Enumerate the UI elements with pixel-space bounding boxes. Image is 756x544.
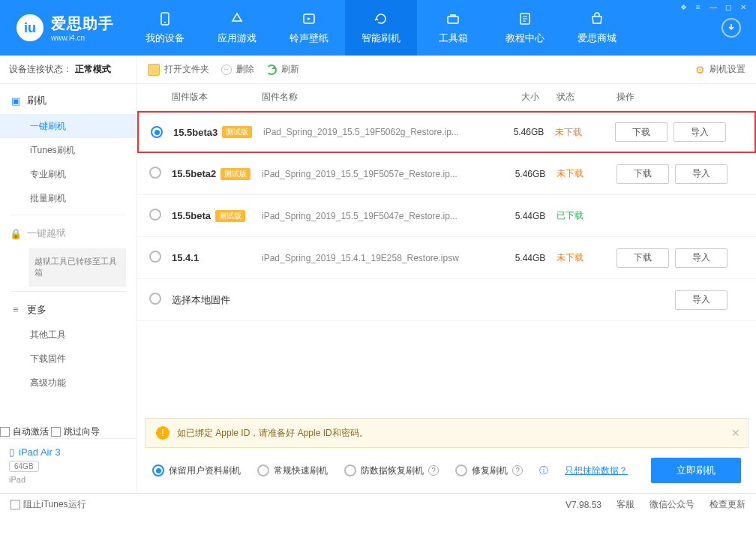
- th-state: 状态: [556, 91, 609, 104]
- sidebar-more-2[interactable]: 高级功能: [0, 371, 136, 395]
- sidebar-group-more[interactable]: ≡ 更多: [0, 296, 136, 323]
- brand-logo-icon: iu: [16, 14, 44, 41]
- firmware-state: 已下载: [556, 209, 609, 222]
- download-button[interactable]: 下载: [615, 122, 668, 142]
- help-icon[interactable]: ?: [428, 465, 439, 476]
- radio-icon[interactable]: [149, 293, 161, 305]
- opt-repair[interactable]: 修复刷机?: [455, 464, 523, 477]
- brand: iu 爱思助手 www.i4.cn: [0, 0, 129, 56]
- opt-anti-loss[interactable]: 防数据恢复刷机?: [344, 464, 439, 477]
- download-manager-icon[interactable]: [722, 18, 741, 38]
- firmware-name: iPad_Spring_2019_15.5_19F5047e_Restore.i…: [262, 211, 504, 221]
- erase-link[interactable]: 只想抹除数据？: [565, 464, 628, 477]
- wechat-link[interactable]: 微信公众号: [650, 498, 694, 511]
- firmware-table: 15.5beta3测试版iPad_Spring_2019_15.5_19F506…: [137, 111, 756, 321]
- radio-icon[interactable]: [149, 209, 161, 221]
- nav-3[interactable]: 智能刷机: [345, 0, 417, 56]
- table-row[interactable]: 15.4.1iPad_Spring_2019_15.4.1_19E258_Res…: [137, 237, 756, 279]
- nav-0[interactable]: 我的设备: [129, 0, 201, 56]
- nav-6[interactable]: 爱思商城: [561, 0, 633, 56]
- firmware-name: iPad_Spring_2019_15.4.1_19E258_Restore.i…: [262, 253, 504, 263]
- flash-options: 保留用户资料刷机 常规快速刷机 防数据恢复刷机? 修复刷机? ⓘ 只想抹除数据？…: [137, 448, 756, 493]
- download-button[interactable]: 下载: [616, 164, 669, 184]
- flash-now-button[interactable]: 立即刷机: [651, 458, 741, 483]
- table-row[interactable]: 15.5beta3测试版iPad_Spring_2019_15.5_19F506…: [137, 111, 756, 153]
- sidebar-flash-1[interactable]: iTunes刷机: [0, 138, 136, 162]
- device-state-value: 正常模式: [75, 63, 111, 76]
- radio-icon: [344, 464, 356, 476]
- sidebar-more-1[interactable]: 下载固件: [0, 347, 136, 371]
- local-firmware-row[interactable]: 选择本地固件导入: [137, 279, 756, 321]
- import-button[interactable]: 导入: [675, 164, 728, 184]
- appleid-warning-text: 如已绑定 Apple ID，请准备好 Apple ID和密码。: [177, 427, 368, 440]
- auto-activate-checkbox[interactable]: 自动激活: [0, 426, 49, 437]
- beta-badge: 测试版: [215, 210, 245, 222]
- sidebar-flash-2[interactable]: 专业刷机: [0, 162, 136, 186]
- main-panel: 打开文件夹 删除 刷新 ⚙刷机设置 固件版本 固件名称 大小 状态 操作 15.…: [137, 56, 756, 493]
- refresh-button[interactable]: 刷新: [266, 63, 299, 76]
- firmware-name: iPad_Spring_2019_15.5_19F5062g_Restore.i…: [263, 127, 502, 137]
- table-row[interactable]: 15.5beta测试版iPad_Spring_2019_15.5_19F5047…: [137, 195, 756, 237]
- import-button[interactable]: 导入: [675, 248, 728, 268]
- sidebar-flash-0[interactable]: 一键刷机: [0, 114, 136, 138]
- open-folder-button[interactable]: 打开文件夹: [148, 63, 209, 76]
- menu-icon[interactable]: ≡: [692, 0, 705, 14]
- nav-5[interactable]: 教程中心: [489, 0, 561, 56]
- firmware-size: 5.46GB: [504, 169, 556, 179]
- radio-icon[interactable]: [149, 251, 161, 263]
- radio-icon[interactable]: [151, 126, 163, 138]
- sidebar-flash-3[interactable]: 批量刷机: [0, 186, 136, 210]
- nav-icon: [301, 11, 317, 27]
- sidebar-group-flash[interactable]: ▣ 刷机: [0, 87, 136, 114]
- minimize-icon[interactable]: —: [706, 0, 720, 14]
- close-icon[interactable]: ✕: [736, 0, 750, 14]
- window-controls: ❖ ≡ — ◻ ✕: [676, 0, 750, 14]
- refresh-icon: [266, 65, 277, 75]
- import-button[interactable]: 导入: [675, 290, 728, 310]
- table-row[interactable]: 15.5beta2测试版iPad_Spring_2019_15.5_19F505…: [137, 153, 756, 195]
- sidebar-group-jailbreak: 🔒 一键越狱: [0, 220, 136, 247]
- sidebar-group-jailbreak-label: 一键越狱: [27, 227, 66, 240]
- opt-normal[interactable]: 常规快速刷机: [257, 464, 328, 477]
- beta-badge: 测试版: [220, 168, 250, 180]
- close-warning-icon[interactable]: ✕: [731, 427, 740, 439]
- nav-4[interactable]: 工具箱: [417, 0, 489, 56]
- sidebar-more-0[interactable]: 其他工具: [0, 323, 136, 347]
- help-icon[interactable]: ?: [512, 465, 523, 476]
- beta-badge: 测试版: [222, 126, 252, 138]
- nav-1[interactable]: 应用游戏: [201, 0, 273, 56]
- pin-icon[interactable]: ❖: [676, 0, 690, 14]
- th-name: 固件名称: [262, 91, 504, 104]
- device-state-label: 设备连接状态：: [9, 63, 72, 76]
- opt-keep-data[interactable]: 保留用户资料刷机: [152, 464, 241, 477]
- radio-icon: [152, 464, 164, 476]
- device-card[interactable]: ▯iPad Air 3 64GB iPad: [0, 438, 136, 493]
- block-itunes-checkbox[interactable]: 阻止iTunes运行: [10, 498, 86, 511]
- nav-icon: [445, 11, 461, 27]
- th-size: 大小: [504, 91, 556, 104]
- warning-icon: !: [156, 426, 170, 440]
- device-icon: ▯: [9, 446, 14, 458]
- service-link[interactable]: 客服: [616, 498, 634, 511]
- radio-icon[interactable]: [149, 167, 161, 179]
- maximize-icon[interactable]: ◻: [722, 0, 735, 14]
- download-button[interactable]: 下载: [616, 248, 669, 268]
- sidebar-group-flash-label: 刷机: [27, 94, 46, 107]
- import-button[interactable]: 导入: [674, 122, 726, 142]
- flash-settings-button[interactable]: ⚙刷机设置: [695, 63, 746, 76]
- device-type: iPad: [9, 475, 128, 484]
- firmware-toolbar: 打开文件夹 删除 刷新 ⚙刷机设置: [137, 56, 756, 84]
- nav-2[interactable]: 铃声壁纸: [273, 0, 345, 56]
- firmware-version: 15.4.1: [172, 252, 262, 263]
- firmware-size: 5.44GB: [504, 253, 556, 263]
- update-link[interactable]: 检查更新: [710, 498, 746, 511]
- delete-icon: [221, 65, 232, 75]
- skip-guide-checkbox[interactable]: 跳过向导: [51, 426, 100, 437]
- brand-url: www.i4.cn: [51, 34, 114, 42]
- brand-name: 爱思助手: [51, 14, 114, 34]
- nav-label: 智能刷机: [362, 32, 400, 45]
- nav-icon: [373, 11, 389, 27]
- jailbreak-notice: 越狱工具已转移至工具箱: [28, 248, 126, 287]
- firmware-version: 15.5beta3测试版: [173, 126, 263, 138]
- sidebar-options: 自动激活 跳过向导: [0, 425, 136, 438]
